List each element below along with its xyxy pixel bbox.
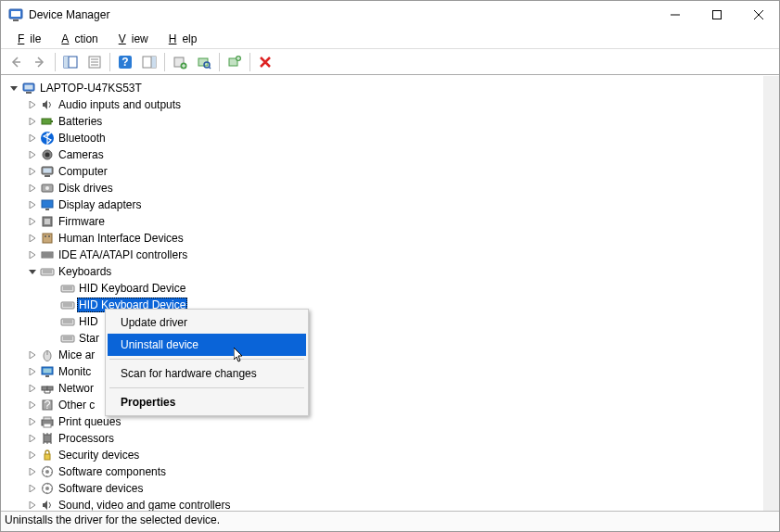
svg-rect-2 <box>13 19 19 21</box>
tree-category-computer[interactable]: Computer <box>5 163 779 180</box>
chevron-right-icon[interactable] <box>25 114 40 129</box>
chevron-right-icon[interactable] <box>25 97 40 112</box>
statusbar: Uninstalls the driver for the selected d… <box>1 511 779 531</box>
toolbar-properties-button[interactable] <box>83 51 106 73</box>
toolbar-action-pane-button[interactable] <box>138 51 160 73</box>
ctx-update-driver[interactable]: Update driver <box>108 311 306 334</box>
toolbar-add-hardware-button[interactable] <box>224 51 246 73</box>
menu-view[interactable]: View <box>108 32 154 46</box>
bluetooth-icon <box>40 131 55 146</box>
chevron-right-icon[interactable] <box>25 214 40 229</box>
software-icon <box>40 481 55 496</box>
tree-item-label: Disk drives <box>57 182 115 195</box>
chevron-right-icon[interactable] <box>25 147 40 162</box>
menu-action[interactable]: Action <box>50 32 103 46</box>
toolbar-back-button[interactable] <box>5 51 27 73</box>
tree-item-label: Software devices <box>57 482 145 495</box>
mouse-icon <box>40 348 55 362</box>
tree-category-software[interactable]: Software devices <box>5 480 779 497</box>
tree-item-label: Audio inputs and outputs <box>57 98 183 111</box>
chevron-right-icon[interactable] <box>25 381 40 396</box>
svg-text:?: ? <box>121 56 128 69</box>
keyboard-icon <box>60 314 75 329</box>
tree-item-label: Computer <box>57 165 109 178</box>
menu-help[interactable]: Help <box>158 32 203 46</box>
chevron-right-icon[interactable] <box>25 131 40 146</box>
svg-point-33 <box>45 153 50 158</box>
scrollbar[interactable] <box>763 76 779 511</box>
tree-item-label: Firmware <box>57 215 107 228</box>
toolbar-forward-button[interactable] <box>29 51 51 73</box>
toolbar-show-hide-tree-button[interactable] <box>59 51 82 73</box>
device-tree[interactable]: LAPTOP-U47KS53TAudio inputs and outputsB… <box>1 76 779 511</box>
tree-category-audio[interactable]: Audio inputs and outputs <box>5 96 779 113</box>
tree-category-audio[interactable]: Sound, video and game controllers <box>5 497 779 511</box>
printer-icon <box>40 414 55 429</box>
svg-rect-4 <box>712 11 721 19</box>
ctx-properties[interactable]: Properties <box>108 391 306 413</box>
tree-category-display[interactable]: Display adapters <box>5 196 779 213</box>
menu-file[interactable]: File <box>6 32 46 46</box>
close-button[interactable] <box>737 1 779 29</box>
tree-item-label: Networ <box>57 382 96 395</box>
computer-icon <box>40 164 55 179</box>
disk-icon <box>40 181 55 196</box>
toolbar-help-button[interactable]: ? <box>114 51 136 73</box>
chevron-right-icon[interactable] <box>25 498 40 511</box>
ctx-uninstall-device[interactable]: Uninstall device <box>108 334 306 356</box>
chevron-right-icon[interactable] <box>25 481 40 496</box>
window-title: Device Manager <box>29 8 109 21</box>
keyboard-icon <box>40 264 55 279</box>
tree-category-bluetooth[interactable]: Bluetooth <box>5 130 779 146</box>
tree-category-security[interactable]: Security devices <box>5 447 779 463</box>
minimize-button[interactable] <box>654 1 696 29</box>
tree-category-keyboard[interactable]: Keyboards <box>5 263 779 280</box>
tree-item-label: Security devices <box>57 449 141 462</box>
chevron-right-icon[interactable] <box>25 348 40 362</box>
content-area: LAPTOP-U47KS53TAudio inputs and outputsB… <box>1 75 779 511</box>
svg-rect-35 <box>44 169 52 173</box>
tree-category-camera[interactable]: Cameras <box>5 146 779 163</box>
svg-rect-40 <box>45 209 49 210</box>
svg-rect-43 <box>43 234 52 243</box>
chevron-right-icon[interactable] <box>25 398 40 412</box>
tree-category-battery[interactable]: Batteries <box>5 113 779 130</box>
toolbar-update-driver-button[interactable] <box>169 51 191 73</box>
audio-icon <box>40 498 55 511</box>
chevron-right-icon[interactable] <box>25 231 40 246</box>
chevron-down-icon[interactable] <box>25 264 40 279</box>
chevron-right-icon[interactable] <box>25 181 40 196</box>
tree-item-label: Print queues <box>57 415 122 428</box>
tree-category-ide[interactable]: IDE ATA/ATAPI controllers <box>5 247 779 263</box>
svg-rect-29 <box>42 119 51 124</box>
toolbar-uninstall-button[interactable] <box>254 51 276 73</box>
tree-device-keyboard[interactable]: HID Keyboard Device <box>5 280 779 297</box>
chevron-right-icon[interactable] <box>25 464 40 479</box>
toolbar-scan-hardware-button[interactable] <box>193 51 215 73</box>
tree-category-hid[interactable]: Human Interface Devices <box>5 230 779 247</box>
tree-category-firmware[interactable]: Firmware <box>5 213 779 230</box>
tree-item-label: IDE ATA/ATAPI controllers <box>57 248 189 261</box>
chevron-right-icon[interactable] <box>25 364 40 379</box>
computer-root-icon <box>21 81 36 95</box>
svg-point-90 <box>45 487 49 490</box>
chevron-right-icon[interactable] <box>25 448 40 462</box>
ctx-separator <box>109 387 304 388</box>
display-icon <box>40 197 55 212</box>
chevron-down-icon[interactable] <box>6 81 21 95</box>
svg-rect-68 <box>45 375 49 377</box>
ctx-scan-hardware[interactable]: Scan for hardware changes <box>108 362 306 385</box>
chevron-right-icon[interactable] <box>25 431 40 446</box>
chevron-right-icon[interactable] <box>25 247 40 262</box>
hid-icon <box>40 231 55 246</box>
chevron-right-icon[interactable] <box>25 414 40 429</box>
tree-category-software[interactable]: Software components <box>5 463 779 480</box>
tree-item-label: Sound, video and game controllers <box>57 499 232 511</box>
chevron-right-icon[interactable] <box>25 164 40 179</box>
tree-category-processor[interactable]: Processors <box>5 430 779 447</box>
tree-category-disk[interactable]: Disk drives <box>5 180 779 196</box>
maximize-button[interactable] <box>696 1 737 29</box>
svg-point-44 <box>45 235 46 237</box>
chevron-right-icon[interactable] <box>25 197 40 212</box>
tree-root[interactable]: LAPTOP-U47KS53T <box>5 80 779 96</box>
